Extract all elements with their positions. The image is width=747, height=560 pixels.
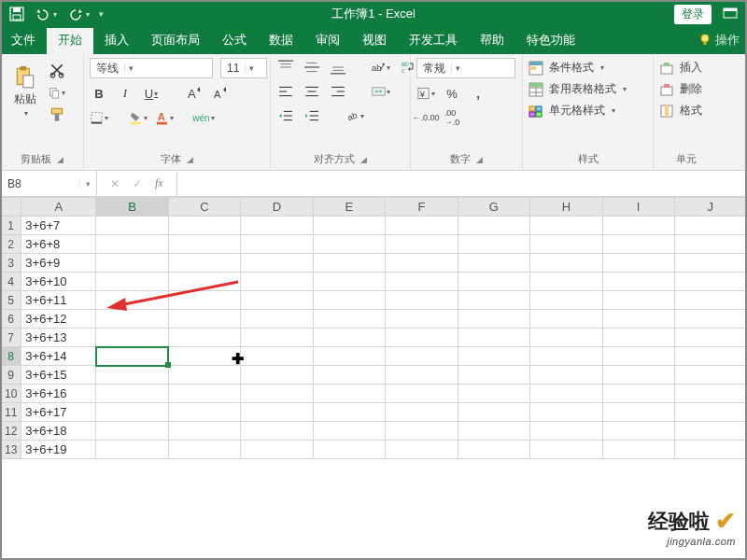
tab-data[interactable]: 数据 (258, 27, 304, 54)
fill-color-button[interactable]: ▾ (129, 108, 148, 127)
tab-dev[interactable]: 开发工具 (398, 27, 469, 54)
phonetic-button[interactable]: wén▾ (194, 108, 213, 127)
cell-I13[interactable] (602, 441, 674, 459)
cell-D6[interactable] (241, 310, 313, 329)
accounting-button[interactable]: ¥▾ (416, 84, 435, 103)
comma-button[interactable]: , (469, 84, 487, 103)
cell-B11[interactable] (96, 403, 168, 422)
row-header-8[interactable]: 8 (1, 347, 21, 366)
undo-icon[interactable]: ▾ (34, 7, 57, 21)
cell-D9[interactable] (241, 366, 313, 385)
cell-H3[interactable] (530, 254, 602, 273)
cell-B10[interactable] (96, 385, 168, 403)
col-header-G[interactable]: G (458, 198, 530, 217)
cell-A6[interactable]: 3+6+12 (21, 310, 96, 329)
underline-button[interactable]: U▾ (142, 84, 161, 103)
decrease-indent-icon[interactable] (276, 106, 295, 125)
cell-C13[interactable] (168, 441, 240, 459)
cell-G12[interactable] (458, 422, 530, 441)
cell-F9[interactable] (386, 366, 458, 385)
cell-H13[interactable] (530, 441, 602, 459)
conditional-format-button[interactable]: 条件格式▾ (529, 60, 627, 76)
cell-B7[interactable] (96, 329, 168, 347)
cell-E13[interactable] (313, 441, 385, 459)
cell-E4[interactable] (313, 273, 385, 291)
cell-H12[interactable] (530, 422, 602, 441)
col-header-D[interactable]: D (241, 198, 313, 217)
col-header-B[interactable]: B (96, 198, 168, 217)
insert-cells-button[interactable]: 插入 (659, 60, 702, 76)
row-header-4[interactable]: 4 (1, 273, 21, 291)
merge-button[interactable]: ▾ (372, 82, 390, 101)
row-header-3[interactable]: 3 (1, 254, 21, 273)
font-dialog-icon[interactable]: ◢ (187, 155, 193, 164)
bold-button[interactable]: B (90, 84, 108, 103)
cell-I3[interactable] (602, 254, 674, 273)
redo-icon[interactable]: ▾ (66, 7, 90, 21)
orientation-icon[interactable]: ab▾ (372, 58, 390, 77)
login-button[interactable]: 登录 (674, 5, 712, 24)
align-top-icon[interactable] (276, 58, 295, 77)
tab-special[interactable]: 特色功能 (515, 27, 586, 54)
cell-A13[interactable]: 3+6+19 (21, 441, 96, 459)
cell-E5[interactable] (313, 291, 385, 310)
cell-I4[interactable] (602, 273, 674, 291)
cell-F10[interactable] (386, 385, 458, 403)
cell-B6[interactable] (96, 310, 168, 329)
fill-handle[interactable] (165, 362, 171, 368)
borders-button[interactable]: ▾ (90, 108, 108, 127)
cell-F4[interactable] (386, 273, 458, 291)
cell-I7[interactable] (602, 329, 674, 347)
cell-D4[interactable] (241, 273, 313, 291)
cell-E6[interactable] (313, 310, 385, 329)
cell-C2[interactable] (168, 235, 240, 254)
font-color-button[interactable]: A▾ (155, 108, 174, 127)
col-header-A[interactable]: A (21, 198, 96, 217)
cell-J13[interactable] (674, 441, 746, 459)
col-header-H[interactable]: H (530, 198, 602, 217)
cell-A2[interactable]: 3+6+8 (21, 235, 96, 254)
italic-button[interactable]: I (116, 84, 134, 103)
cell-J1[interactable] (674, 217, 746, 235)
align-middle-icon[interactable] (303, 58, 321, 77)
cell-J2[interactable] (674, 235, 746, 254)
increase-decimal-icon[interactable]: ←.0.00 (416, 108, 435, 127)
cell-C7[interactable] (168, 329, 240, 347)
ribbon-options-icon[interactable] (723, 7, 738, 21)
spreadsheet-grid[interactable]: ABCDEFGHIJ13+6+723+6+833+6+943+6+1053+6+… (0, 197, 747, 459)
cell-A11[interactable]: 3+6+17 (21, 403, 96, 422)
cell-H10[interactable] (530, 385, 602, 403)
cell-E12[interactable] (313, 422, 385, 441)
row-header-2[interactable]: 2 (1, 235, 21, 254)
decrease-decimal-icon[interactable]: .00→.0 (443, 108, 461, 127)
cell-E11[interactable] (313, 403, 385, 422)
cell-B12[interactable] (96, 422, 168, 441)
cell-H7[interactable] (530, 329, 602, 347)
align-bottom-icon[interactable] (329, 58, 347, 77)
cell-D2[interactable] (241, 235, 313, 254)
cell-B8[interactable] (96, 347, 168, 366)
cell-C12[interactable] (168, 422, 240, 441)
cell-F1[interactable] (386, 217, 458, 235)
cell-J4[interactable] (674, 273, 746, 291)
cell-F7[interactable] (386, 329, 458, 347)
formula-input[interactable] (177, 171, 747, 196)
cell-A9[interactable]: 3+6+15 (21, 366, 96, 385)
cell-C8[interactable] (168, 347, 240, 366)
cell-B13[interactable] (96, 441, 168, 459)
cell-C1[interactable] (168, 217, 240, 235)
cell-B3[interactable] (96, 254, 168, 273)
row-header-10[interactable]: 10 (1, 385, 21, 403)
col-header-J[interactable]: J (674, 198, 746, 217)
cell-E2[interactable] (313, 235, 385, 254)
qat-more-icon[interactable]: ▾ (99, 9, 104, 19)
cell-B5[interactable] (96, 291, 168, 310)
number-format-combo[interactable]: 常规▾ (416, 58, 515, 78)
cell-A8[interactable]: 3+6+14 (21, 347, 96, 366)
col-header-I[interactable]: I (602, 198, 674, 217)
row-header-12[interactable]: 12 (1, 422, 21, 441)
cell-A10[interactable]: 3+6+16 (21, 385, 96, 403)
col-header-E[interactable]: E (313, 198, 385, 217)
cell-D10[interactable] (241, 385, 313, 403)
cell-E7[interactable] (313, 329, 385, 347)
